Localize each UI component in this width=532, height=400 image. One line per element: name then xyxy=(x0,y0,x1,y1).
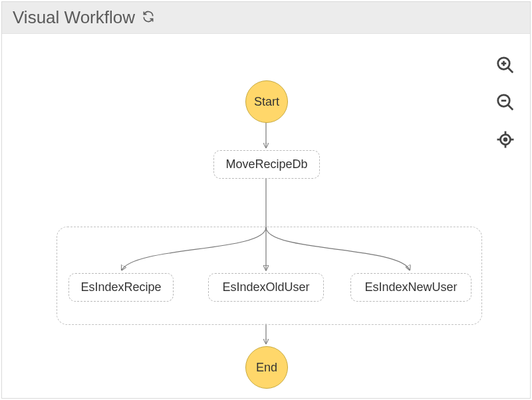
start-node-label: Start xyxy=(254,95,279,109)
es-index-old-user-label: EsIndexOldUser xyxy=(222,280,309,294)
center-target-icon[interactable] xyxy=(494,128,517,151)
es-index-new-user-label: EsIndexNewUser xyxy=(364,280,457,294)
workflow-canvas[interactable]: Start MoveRecipeDb EsIndexRecipe EsIndex… xyxy=(2,34,530,398)
panel-title: Visual Workflow xyxy=(13,7,135,28)
svg-line-1 xyxy=(508,68,513,73)
end-node[interactable]: End xyxy=(245,346,288,389)
es-index-recipe-node[interactable]: EsIndexRecipe xyxy=(68,273,174,302)
es-index-recipe-label: EsIndexRecipe xyxy=(80,280,161,294)
end-node-label: End xyxy=(256,361,277,375)
zoom-in-icon[interactable] xyxy=(494,54,517,76)
panel-header: Visual Workflow xyxy=(2,2,530,34)
zoom-controls xyxy=(494,54,517,151)
svg-point-8 xyxy=(504,138,507,141)
es-index-new-user-node[interactable]: EsIndexNewUser xyxy=(350,273,471,302)
es-index-old-user-node[interactable]: EsIndexOldUser xyxy=(208,273,324,302)
workflow-panel: Visual Workflow xyxy=(1,1,531,399)
move-recipe-db-label: MoveRecipeDb xyxy=(225,157,307,171)
move-recipe-db-node[interactable]: MoveRecipeDb xyxy=(213,150,320,179)
zoom-out-icon[interactable] xyxy=(494,91,517,114)
refresh-icon[interactable] xyxy=(142,10,155,26)
start-node[interactable]: Start xyxy=(245,80,288,123)
svg-line-5 xyxy=(508,105,513,110)
